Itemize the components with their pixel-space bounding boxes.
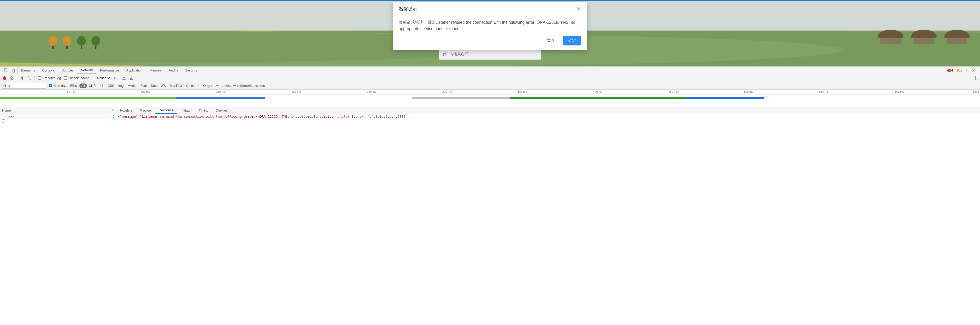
devtools-tab-sources[interactable]: Sources [58,67,77,74]
type-filter-media[interactable]: Media [126,83,138,88]
response-body[interactable]: 1 {"message":"Listener refused the conne… [109,114,980,123]
devtools-tabbar: ElementsConsoleSourcesNetworkPerformance… [0,67,980,74]
password-input[interactable] [449,52,537,56]
import-har-icon[interactable] [122,76,126,80]
inspect-element-icon[interactable] [4,69,8,73]
detail-tabs: ✕ HeadersPreviewResponseInitiatorTimingC… [109,107,980,114]
webpage-area: 温馨提示 菜单请求错误，原因Listener refused the conne… [0,0,980,66]
export-har-icon[interactable] [129,76,133,80]
devtools-tab-network[interactable]: Network [77,67,97,74]
type-filter-js[interactable]: JS [98,83,106,88]
devtools-panel: ElementsConsoleSourcesNetworkPerformance… [0,66,980,123]
search-icon[interactable] [27,76,32,80]
timeline-bar [412,97,510,99]
detail-tab-headers[interactable]: Headers [116,107,136,114]
network-toolbar: Preserve log Disable cache Online ▾ [0,74,980,82]
alert-modal: 温馨提示 菜单请求错误，原因Listener refused the conne… [393,2,587,50]
separator [119,76,119,80]
cancel-button[interactable]: 取消 [541,36,559,45]
timeline-tick: 450 ms [678,89,679,94]
request-list-header[interactable]: Name [0,107,109,114]
request-row[interactable]: 1 [0,119,109,123]
throttling-select[interactable]: Online [96,76,111,80]
detail-tab-initiator[interactable]: Initiator [177,107,195,114]
close-devtools-icon[interactable] [972,69,976,73]
type-filter-group: AllXHRJSCSSImgMediaFontDocWSManifestOthe… [80,83,196,88]
type-filter-all[interactable]: All [80,83,87,88]
filter-icon[interactable] [20,76,24,80]
timeline-tick: 200 ms [302,89,302,94]
samesite-checkbox[interactable]: Only show requests with SameSite issues [199,84,265,88]
timeline-tick: 600 ms [905,89,905,94]
modal-header: 温馨提示 [393,2,587,15]
devtools-tab-audits[interactable]: Audits [165,67,181,74]
svg-point-4 [28,76,30,79]
type-filter-img[interactable]: Img [116,83,126,88]
type-filter-manifest[interactable]: Manifest [168,83,184,88]
hide-data-urls-checkbox[interactable]: Hide data URLs [49,84,77,88]
request-detail: ✕ HeadersPreviewResponseInitiatorTimingC… [109,107,980,123]
network-timeline[interactable]: 50 ms100 ms150 ms200 ms250 ms300 ms350 m… [0,89,980,107]
device-toolbar-icon[interactable] [11,69,15,73]
detail-tab-cookies[interactable]: Cookies [212,107,231,114]
detail-tab-timing[interactable]: Timing [195,107,212,114]
timeline-bar [177,97,265,99]
modal-footer: 取消 确定 [393,34,587,50]
timeline-bar [686,97,764,99]
devtools-tab-security[interactable]: Security [181,67,200,74]
svg-point-5 [975,77,976,78]
lock-icon [443,52,447,56]
response-json[interactable]: {"message":"Listener refused the connect… [116,114,407,123]
network-body: Name login1 ✕ HeadersPreviewResponseInit… [0,107,980,123]
devtools-tab-elements[interactable]: Elements [18,67,38,74]
svg-rect-2 [13,70,14,72]
timeline-tick: 400 ms [603,89,603,94]
request-list: Name login1 [0,107,109,123]
kebab-menu-icon[interactable]: ⋮ [965,69,969,72]
request-row-checkbox[interactable] [2,115,5,118]
detail-tab-response[interactable]: Response [155,107,177,114]
chevron-down-icon: ▾ [114,76,116,80]
type-filter-doc[interactable]: Doc [149,83,159,88]
close-icon[interactable] [576,6,581,12]
error-count[interactable]: ✕4 [947,69,953,73]
request-row-checkbox[interactable] [2,119,5,123]
filter-input[interactable] [2,83,46,89]
devtools-tab-application[interactable]: Application [123,67,146,74]
type-filter-font[interactable]: Font [138,83,149,88]
record-icon[interactable] [3,76,6,80]
separator [17,76,17,80]
request-row[interactable]: login [0,114,109,119]
clear-icon[interactable] [10,76,14,80]
type-filter-css[interactable]: CSS [106,83,116,88]
gear-icon[interactable] [974,76,977,80]
request-name: login [7,115,14,118]
network-filter-row: Hide data URLs AllXHRJSCSSImgMediaFontDo… [0,82,980,89]
modal-body: 菜单请求错误，原因Listener refused the connection… [393,15,587,34]
timeline-bar [510,97,686,99]
disable-cache-checkbox[interactable]: Disable cache [64,76,89,80]
detail-tab-preview[interactable]: Preview [136,107,155,114]
timeline-tick: 150 ms [226,89,226,94]
devtools-tab-console[interactable]: Console [38,67,58,74]
timeline-tick: 100 ms [151,89,151,94]
warning-count[interactable]: 1 [956,69,962,72]
timeline-tick: 350 ms [528,89,528,94]
line-gutter: 1 [109,114,116,123]
devtools-tab-memory[interactable]: Memory [146,67,165,74]
type-filter-ws[interactable]: WS [159,83,168,88]
preserve-log-checkbox[interactable]: Preserve log [38,76,61,80]
modal-title: 温馨提示 [399,6,417,12]
devtools-status-right: ✕4 1 ⋮ [945,69,978,73]
request-name: 1 [7,119,9,123]
devtools-lead-icons [2,67,18,74]
type-filter-other[interactable]: Other [184,83,196,88]
type-filter-xhr[interactable]: XHR [87,83,98,88]
ok-button[interactable]: 确定 [563,36,581,45]
close-detail-icon[interactable]: ✕ [109,108,116,112]
timeline-tick: 50 ms [75,89,76,94]
devtools-tab-performance[interactable]: Performance [97,67,123,74]
